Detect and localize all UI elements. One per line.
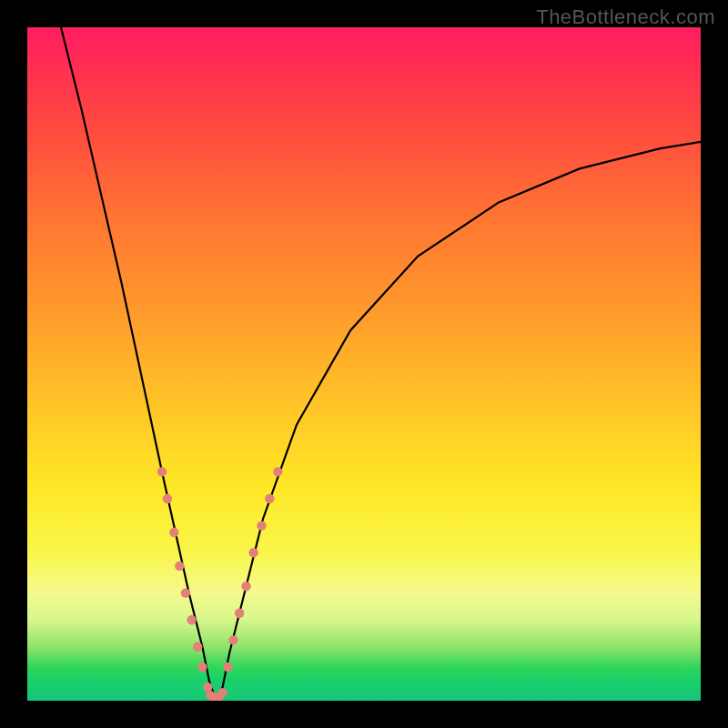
marker-dot [197, 662, 207, 672]
marker-layer [157, 467, 283, 701]
marker-dot [217, 688, 227, 697]
marker-dot [235, 609, 244, 618]
marker-dot [223, 662, 232, 672]
marker-dot [248, 548, 258, 557]
curve-layer [61, 27, 701, 701]
marker-dot [193, 642, 202, 652]
bottleneck-curve [61, 27, 701, 701]
marker-dot [169, 528, 178, 537]
marker-dot [187, 615, 196, 624]
marker-dot [241, 581, 250, 591]
marker-dot [265, 494, 274, 503]
marker-dot [228, 635, 238, 644]
chart-svg [27, 27, 701, 701]
marker-dot [203, 682, 212, 692]
marker-dot [163, 494, 172, 503]
marker-dot [175, 561, 184, 571]
chart-page: TheBottleneck.com [0, 0, 728, 728]
watermark-text: TheBottleneck.com [536, 5, 715, 29]
plot-frame [27, 27, 701, 701]
marker-dot [181, 588, 190, 597]
marker-dot [273, 467, 282, 476]
marker-dot [257, 521, 266, 530]
marker-dot [157, 467, 167, 476]
